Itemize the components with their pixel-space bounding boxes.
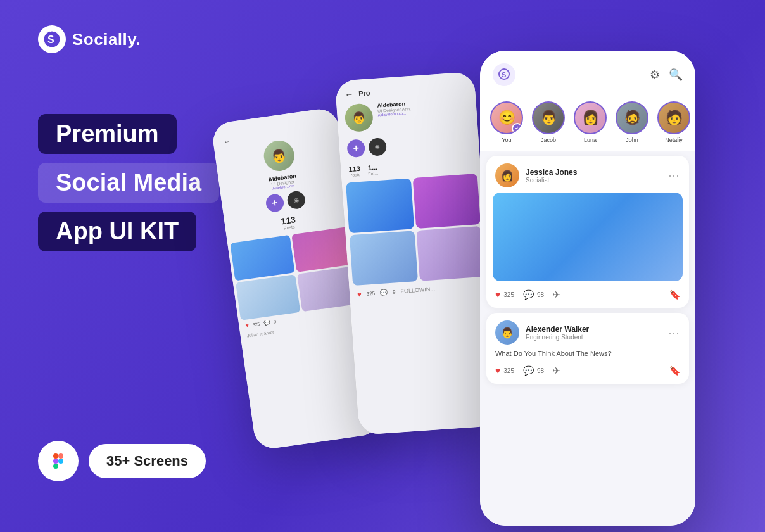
post-avatar-jessica: 👩 bbox=[495, 163, 519, 187]
phone1-posts-label: Posts bbox=[283, 225, 294, 231]
bookmark-icon-alex: 🔖 bbox=[669, 365, 680, 376]
brand-name: Socially. bbox=[72, 30, 141, 49]
post-likes-jessica[interactable]: ♥ 325 bbox=[495, 289, 514, 300]
story-avatar-netaliy: 🧑 bbox=[657, 101, 690, 134]
phone1-plus-btn[interactable]: + bbox=[265, 193, 285, 213]
post-share-alex[interactable]: ✈ bbox=[553, 365, 560, 376]
post-header-jessica: 👩 Jessica Jones Socialist ⋯ bbox=[486, 156, 689, 193]
svg-point-6 bbox=[58, 459, 63, 464]
phone3-action-icons: ⚙ 🔍 bbox=[650, 68, 683, 82]
logo-area: S Socially. bbox=[38, 25, 141, 53]
post-usertag-alex: Enginnering Student bbox=[526, 334, 662, 341]
story-avatar-luna: 👩 bbox=[574, 101, 607, 134]
post-user-info-alex: Alexender Walker Enginnering Student bbox=[526, 325, 662, 341]
badges-area: 35+ Screens bbox=[38, 441, 206, 481]
post-usertag-jessica: Socialist bbox=[526, 177, 662, 184]
svg-rect-3 bbox=[58, 453, 63, 459]
story-name-john: John bbox=[626, 137, 638, 143]
svg-text:S: S bbox=[502, 71, 506, 79]
post-comments-alex[interactable]: 💬 98 bbox=[523, 365, 544, 376]
post-bookmark-alex[interactable]: 🔖 bbox=[669, 365, 680, 376]
story-john[interactable]: 🧔 John bbox=[616, 101, 648, 143]
hero-line3: App UI KIT bbox=[38, 212, 196, 251]
stories-row: 😊 + You 👨 Jacob 👩 Luna bbox=[480, 94, 695, 151]
post-image-jessica bbox=[493, 193, 683, 281]
story-avatar-john: 🧔 bbox=[616, 101, 648, 134]
post-actions-alex: ♥ 325 💬 98 ✈ 🔖 bbox=[486, 362, 689, 384]
phone2-back[interactable]: ← bbox=[345, 89, 354, 99]
comment-icon-alex: 💬 bbox=[523, 365, 534, 376]
post-bookmark-jessica[interactable]: 🔖 bbox=[669, 289, 680, 300]
svg-rect-2 bbox=[53, 453, 58, 459]
share-icon-alex: ✈ bbox=[553, 365, 560, 376]
story-avatar-jacob: 👨 bbox=[532, 101, 565, 134]
phone-mockup-2: ← Pro 👨 Aldebaron UI Designer Ann... Ald… bbox=[335, 72, 499, 435]
post-likes-count-jessica: 325 bbox=[503, 291, 514, 298]
hero-line2: Social Media bbox=[38, 163, 219, 203]
phone3-header: S ⚙ 🔍 bbox=[480, 51, 695, 94]
story-jacob[interactable]: 👨 Jacob bbox=[532, 101, 565, 143]
search-icon[interactable]: 🔍 bbox=[669, 68, 683, 82]
post-comments-count-alex: 98 bbox=[537, 367, 544, 374]
post-share-jessica[interactable]: ✈ bbox=[553, 289, 560, 300]
figma-badge bbox=[38, 441, 79, 481]
story-plus-icon: + bbox=[512, 123, 523, 134]
story-avatar-you: 😊 + bbox=[490, 101, 523, 134]
post-header-alex: 👨 Alexender Walker Enginnering Student ⋯ bbox=[486, 313, 689, 350]
screens-badge: 35+ Screens bbox=[89, 444, 206, 478]
comment-icon-jessica: 💬 bbox=[523, 289, 534, 300]
post-likes-count-alex: 325 bbox=[503, 367, 514, 374]
settings-icon[interactable]: ⚙ bbox=[650, 68, 660, 82]
svg-rect-4 bbox=[53, 459, 58, 464]
heart-icon-alex: ♥ bbox=[495, 365, 500, 376]
post-username-jessica: Jessica Jones bbox=[526, 168, 662, 177]
post-card-alex: 👨 Alexender Walker Enginnering Student ⋯… bbox=[486, 313, 689, 384]
svg-text:S: S bbox=[47, 34, 54, 45]
phones-area: ← 👨 Aldebaron UI Designer Aldebror.com +… bbox=[195, 38, 765, 532]
story-luna[interactable]: 👩 Luna bbox=[574, 101, 607, 143]
bookmark-icon-jessica: 🔖 bbox=[669, 289, 680, 300]
phone1-img-blue bbox=[230, 235, 294, 281]
heart-icon-jessica: ♥ bbox=[495, 289, 500, 300]
phone2-img2 bbox=[412, 174, 481, 229]
story-name-luna: Luna bbox=[584, 137, 597, 143]
logo-icon: S bbox=[38, 25, 66, 53]
story-name-you: You bbox=[502, 137, 511, 143]
phone2-img3 bbox=[350, 231, 418, 286]
story-name-jacob: Jacob bbox=[541, 137, 556, 143]
post-likes-alex[interactable]: ♥ 325 bbox=[495, 365, 514, 376]
phone2-dark-btn[interactable]: ◉ bbox=[368, 137, 387, 156]
phone-mockup-3: S ⚙ 🔍 😊 + You bbox=[480, 51, 695, 526]
phone2-posts-lbl: Posts bbox=[349, 172, 361, 177]
phone2-plus-btn[interactable]: + bbox=[346, 139, 365, 158]
phone3-logo: S bbox=[493, 63, 515, 86]
post-more-jessica[interactable]: ⋯ bbox=[668, 168, 680, 182]
phone2-img1 bbox=[346, 178, 414, 233]
post-avatar-alex: 👨 bbox=[495, 320, 519, 345]
post-actions-jessica: ♥ 325 💬 98 ✈ 🔖 bbox=[486, 286, 689, 308]
story-name-netaliy: Netaliy bbox=[665, 137, 683, 143]
post2-text: What Do You Think About The News? bbox=[486, 350, 689, 362]
post-comments-count-jessica: 98 bbox=[537, 291, 544, 298]
hero-line1: Premium bbox=[38, 114, 177, 154]
phone1-dark-btn[interactable]: ◉ bbox=[286, 190, 307, 210]
post-more-alex[interactable]: ⋯ bbox=[668, 326, 680, 339]
hero-text: Premium Social Media App UI KIT bbox=[38, 114, 219, 260]
post-comments-jessica[interactable]: 💬 98 bbox=[523, 289, 544, 300]
post-username-alex: Alexender Walker bbox=[526, 325, 662, 334]
story-you[interactable]: 😊 + You bbox=[490, 101, 523, 143]
svg-rect-5 bbox=[53, 464, 58, 469]
post-card-jessica: 👩 Jessica Jones Socialist ⋯ ♥ 325 💬 bbox=[486, 156, 689, 308]
phone2-title: Pro bbox=[358, 89, 370, 98]
phone2-followers-lbl: Fol... bbox=[368, 171, 378, 176]
story-netaliy[interactable]: 🧑 Netaliy bbox=[657, 101, 690, 143]
phone2-img4 bbox=[416, 226, 484, 281]
post-user-info-jessica: Jessica Jones Socialist bbox=[526, 168, 662, 184]
share-icon-jessica: ✈ bbox=[553, 289, 560, 300]
